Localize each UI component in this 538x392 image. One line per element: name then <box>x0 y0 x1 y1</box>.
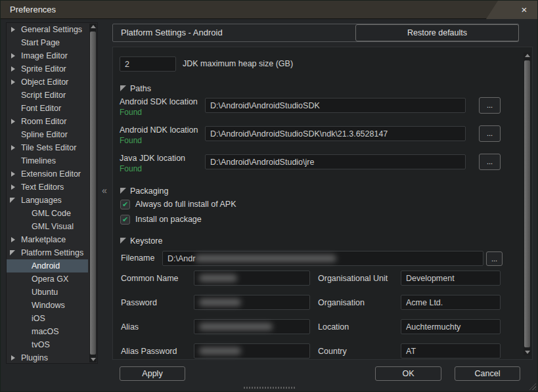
sidebar-item-general-settings[interactable]: General Settings <box>7 23 88 36</box>
sidebar-item-tile-sets-editor[interactable]: Tile Sets Editor <box>7 141 88 154</box>
keystore-row-password: PasswordOrganisation <box>113 295 532 319</box>
field-label: Password <box>121 298 157 307</box>
sidebar-item-android[interactable]: Android <box>7 259 88 272</box>
path-input-java-jdk-location[interactable] <box>205 154 466 169</box>
sidebar-item-marketplace[interactable]: Marketplace <box>7 233 88 246</box>
input-country[interactable] <box>401 343 501 359</box>
input-alias[interactable] <box>194 319 310 334</box>
close-icon[interactable]: × <box>518 1 531 19</box>
sidebar-item-ubuntu[interactable]: Ubuntu <box>7 286 88 299</box>
field-label: Alias Password <box>121 347 177 356</box>
sidebar-item-macos[interactable]: macOS <box>7 325 88 338</box>
sidebar-item-font-editor[interactable]: Font Editor <box>7 102 88 115</box>
jdk-heap-label: JDK maximum heap size (GB) <box>183 56 293 72</box>
input-alias-password[interactable] <box>194 343 310 359</box>
keystore-row-alias-password: Alias PasswordCountry <box>113 343 532 368</box>
sidebar-item-label: Text Editors <box>7 181 88 194</box>
path-row-android-ndk-location: Android NDK locationFound... <box>113 124 532 152</box>
checkbox-checked[interactable]: ✔ <box>120 200 130 209</box>
input-location[interactable] <box>401 319 501 334</box>
sidebar-item-text-editors[interactable]: Text Editors <box>7 181 88 194</box>
bottom-drag-handle[interactable] <box>244 387 296 389</box>
input-password[interactable] <box>194 295 310 310</box>
sidebar-item-opera-gx[interactable]: Opera GX <box>7 272 88 286</box>
field-label: Alias <box>121 322 139 332</box>
sidebar-item-platform-settings[interactable]: Platform Settings <box>7 246 88 259</box>
title-bar[interactable]: Preferences × <box>1 1 537 19</box>
input-common-name[interactable] <box>194 271 310 286</box>
sidebar-scrollbar-thumb[interactable] <box>90 32 96 355</box>
content-scrollbar-thumb[interactable] <box>524 60 530 347</box>
input-organisation[interactable] <box>401 295 501 310</box>
sidebar-item-ios[interactable]: iOS <box>7 312 88 325</box>
sidebar-scrollbar[interactable] <box>89 24 97 362</box>
path-label: Java JDK location <box>120 154 185 163</box>
section-expanded-icon <box>120 238 126 244</box>
filename-input[interactable]: D:\Andr <box>162 251 483 266</box>
sidebar-item-extension-editor[interactable]: Extension Editor <box>7 167 88 181</box>
redacted-value-blur <box>199 274 237 282</box>
tree-collapsed-icon <box>11 355 15 360</box>
sidebar-item-label: Tile Sets Editor <box>7 141 88 154</box>
scroll-up-icon[interactable] <box>524 53 531 59</box>
settings-content-panel: JDK maximum heap size (GB) Paths Android… <box>112 47 533 360</box>
keystore-row-common-name: Common NameOrganisational Unit <box>113 271 532 295</box>
sidebar-item-timelines[interactable]: Timelines <box>7 154 88 167</box>
apply-button[interactable]: Apply <box>120 366 185 381</box>
jdk-heap-input[interactable] <box>120 56 176 72</box>
checkbox-label: Install on package <box>135 213 202 226</box>
sidebar-item-gml-visual[interactable]: GML Visual <box>7 220 88 233</box>
sidebar-item-label: Languages <box>7 194 88 207</box>
section-expanded-icon <box>120 85 126 91</box>
field-label: Common Name <box>121 274 179 283</box>
path-input-android-sdk-location[interactable] <box>205 98 466 113</box>
scroll-up-icon[interactable] <box>89 24 97 30</box>
tree-collapsed-icon <box>11 66 15 72</box>
page-title: Platform Settings - Android <box>121 24 223 41</box>
tree-collapsed-icon <box>11 119 15 124</box>
sidebar-item-plugins[interactable]: Plugins <box>7 351 88 364</box>
collapse-sidebar-button[interactable]: « <box>99 185 110 197</box>
sidebar-item-script-editor[interactable]: Script Editor <box>7 89 88 102</box>
checkbox-checked[interactable]: ✔ <box>120 215 130 225</box>
tree-collapsed-icon <box>11 27 15 32</box>
sidebar-item-image-editor[interactable]: Image Editor <box>7 49 88 62</box>
scroll-down-icon[interactable] <box>524 349 531 355</box>
cancel-button[interactable]: Cancel <box>455 366 520 381</box>
sidebar-item-label: Windows <box>7 299 88 312</box>
checkbox-row-always-do-full-install-of-apk: ✔Always do full install of APK <box>113 198 532 213</box>
path-row-android-sdk-location: Android SDK locationFound... <box>113 96 532 124</box>
paths-rows: Android SDK locationFound...Android NDK … <box>113 96 532 181</box>
sidebar-item-gml-code[interactable]: GML Code <box>7 207 88 220</box>
redacted-value-blur <box>199 347 241 355</box>
browse-button[interactable]: ... <box>479 97 501 114</box>
sidebar-item-label: Start Page <box>7 36 88 49</box>
filename-browse-button[interactable]: ... <box>486 251 503 266</box>
checkbox-label: Always do full install of APK <box>135 198 236 211</box>
sidebar-item-languages[interactable]: Languages <box>7 194 88 207</box>
restore-defaults-button[interactable]: Restore defaults <box>355 24 519 41</box>
browse-button[interactable]: ... <box>479 154 501 170</box>
input-organisational-unit[interactable] <box>401 271 501 286</box>
redacted-filename-blur <box>195 255 336 262</box>
path-input-android-ndk-location[interactable] <box>205 126 466 141</box>
sidebar-item-label: Extension Editor <box>7 167 88 181</box>
browse-button[interactable]: ... <box>479 125 501 142</box>
sidebar-item-label: Platform Settings <box>7 246 88 259</box>
sidebar-item-label: Opera GX <box>7 272 88 286</box>
sidebar-item-start-page[interactable]: Start Page <box>7 36 88 49</box>
resize-grip[interactable] <box>527 381 536 390</box>
sidebar-item-spline-editor[interactable]: Spline Editor <box>7 128 88 141</box>
sidebar-item-label: Marketplace <box>7 233 88 246</box>
ok-button[interactable]: OK <box>375 366 441 381</box>
sidebar-item-object-editor[interactable]: Object Editor <box>7 76 88 89</box>
sidebar-item-label: Script Editor <box>7 89 88 102</box>
sidebar-item-label: Sprite Editor <box>7 62 88 76</box>
sidebar-item-sprite-editor[interactable]: Sprite Editor <box>7 62 88 76</box>
keystore-fields-grid: Common NameOrganisational UnitPasswordOr… <box>113 271 532 368</box>
content-scrollbar[interactable] <box>524 53 531 355</box>
sidebar-item-room-editor[interactable]: Room Editor <box>7 115 88 128</box>
scroll-down-icon[interactable] <box>89 356 97 362</box>
sidebar-item-tvos[interactable]: tvOS <box>7 338 88 351</box>
sidebar-item-windows[interactable]: Windows <box>7 299 88 312</box>
